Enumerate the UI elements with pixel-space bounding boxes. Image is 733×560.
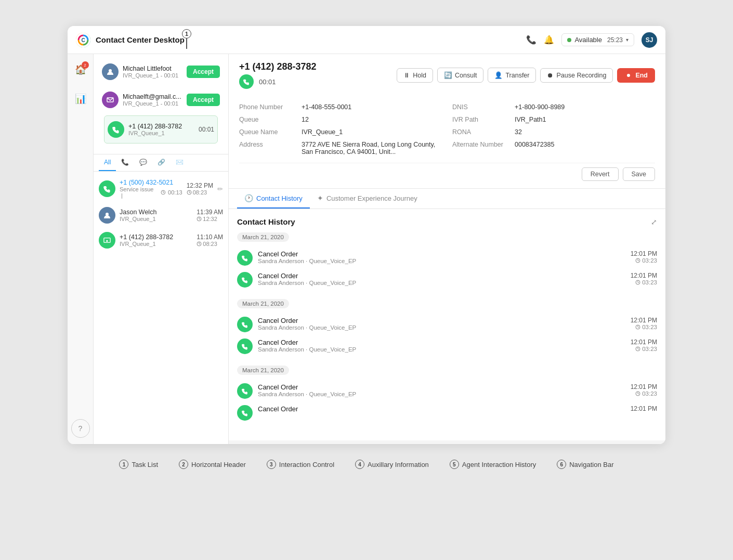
detail-row-altnum: Alternate Number 00083472385	[452, 141, 655, 155]
history-entry: Cancel Order Sandra Anderson · Queue_Voi…	[237, 380, 657, 402]
nav-home[interactable]: 🏠 2	[71, 60, 90, 79]
end-button[interactable]: End	[617, 68, 655, 83]
pause-recording-button[interactable]: ⏺ Pause Recording	[540, 68, 613, 83]
save-button[interactable]: Save	[623, 167, 656, 181]
agent-avatar[interactable]: SJ	[642, 32, 657, 48]
queue-label: Queue	[239, 116, 296, 123]
detail-row-dnis: DNIS +1-800-900-8989	[452, 103, 655, 111]
status-timer: 25:23	[607, 36, 623, 44]
tab-phone[interactable]: 📞	[116, 154, 134, 171]
detail-row-qname: Queue Name IVR_Queue_1	[239, 128, 442, 136]
qname-label: Queue Name	[239, 128, 296, 136]
ic-footer: Revert Save	[239, 163, 655, 181]
he-avatar	[237, 272, 253, 288]
address-value: 3772 AVE NE Sierra Road, Long Long Count…	[302, 141, 442, 155]
bottom-labels: 1 Task List 2 Horizontal Header 3 Intera…	[119, 460, 613, 469]
date-group: March 21, 2020 Cancel Order Sandra Ander…	[237, 299, 657, 357]
hist-avatar	[99, 207, 115, 224]
date-group: March 21, 2020 Cancel Order Sandra Ander…	[237, 366, 657, 424]
ic-call-icon	[239, 74, 254, 89]
chevron-down-icon: ▾	[626, 37, 629, 43]
history-tabs: All 📞 💬 🔗 ✉️	[94, 154, 228, 172]
app-logo: C	[76, 33, 90, 47]
phone-value: +1-408-555-0001	[302, 103, 351, 111]
svg-text:■: ■	[106, 239, 108, 242]
help-button[interactable]: ?	[71, 419, 90, 438]
label-num: 3	[267, 460, 276, 469]
history-entry: Cancel Order Sandra Anderson · Queue_Voi…	[237, 269, 657, 291]
bell-icon[interactable]: 🔔	[544, 35, 554, 45]
label-num: 2	[179, 460, 188, 469]
hist-sub: IVR_Queue_1	[120, 216, 192, 222]
hold-icon: ⏸	[403, 72, 410, 79]
tab-chat[interactable]: 💬	[134, 154, 152, 171]
address-label: Address	[239, 141, 296, 155]
accept-button-1[interactable]: Accept	[187, 66, 220, 78]
he-info: Cancel Order Sandra Anderson · Queue_Voi…	[258, 338, 625, 353]
accept-button-2[interactable]: Accept	[187, 94, 220, 106]
he-title: Cancel Order	[258, 250, 625, 258]
phone-icon[interactable]: 📞	[526, 35, 536, 45]
he-time: 12:01 PM 03:23	[631, 250, 657, 264]
he-title: Cancel Order	[258, 383, 625, 391]
he-avatar	[237, 250, 253, 266]
task-list-panel: Michael Littlefoot IVR_Queue_1 - 00:01 A…	[94, 54, 229, 444]
active-call-item: +1 (412) 288-3782 IVR_Queue_1 00:01	[104, 115, 218, 144]
he-info: Cancel Order	[258, 405, 625, 413]
queue-value: 12	[302, 116, 309, 123]
expand-icon[interactable]: ⤢	[651, 218, 657, 226]
he-title: Cancel Order	[258, 272, 625, 280]
app-title: Contact Center Desktop	[96, 35, 526, 44]
call-info: +1 (412) 288-3782 IVR_Queue_1	[128, 123, 194, 136]
status-badge[interactable]: Available 25:23 ▾	[561, 33, 634, 46]
phone-label: Phone Number	[239, 103, 296, 111]
journey-icon: ✦	[317, 194, 323, 202]
task-item: Michaelft@gmail.c... IVR_Queue_1 - 00:01…	[99, 87, 223, 112]
date-label: March 21, 2020	[237, 299, 289, 308]
label-agent-history: 5 Agent Interaction History	[450, 460, 536, 469]
history-item[interactable]: ■ +1 (412) 288-3782 IVR_Queue_1 11:10 AM…	[94, 228, 228, 253]
label-horiz-header: 2 Horizontal Header	[179, 460, 246, 469]
tab-customer-journey[interactable]: ✦ Customer Experience Journey	[310, 189, 425, 209]
history-entry: Cancel Order Sandra Anderson · Queue_Voi…	[237, 247, 657, 269]
task-info: Michaelft@gmail.c... IVR_Queue_1 - 00:01	[123, 93, 182, 107]
transfer-button[interactable]: 👤 Transfer	[488, 68, 536, 83]
he-sub: Sandra Anderson · Queue_Voice_EP	[258, 391, 625, 397]
dnis-label: DNIS	[452, 103, 509, 111]
detail-row-phone: Phone Number +1-408-555-0001	[239, 103, 442, 111]
label-text: Agent Interaction History	[462, 461, 536, 468]
rona-value: 32	[515, 128, 522, 136]
end-icon	[624, 71, 633, 80]
he-avatar	[237, 338, 253, 354]
chart-icon: 📊	[75, 93, 86, 105]
tab-email[interactable]: ✉️	[171, 154, 189, 171]
edit-icon[interactable]: ✏	[217, 185, 223, 193]
status-dot	[567, 38, 571, 42]
date-group: March 21, 2020 Cancel Order Sandra Ander…	[237, 232, 657, 291]
contact-details: Phone Number +1-408-555-0001 DNIS +1-800…	[239, 96, 655, 160]
tab-social[interactable]: 🔗	[152, 154, 171, 171]
tab-all[interactable]: All	[99, 154, 116, 171]
he-info: Cancel Order Sandra Anderson · Queue_Voi…	[258, 272, 625, 286]
ic-phone-number: +1 (412) 288-3782	[239, 61, 317, 72]
history-item[interactable]: Jason Welch IVR_Queue_1 11:39 AM 12:32	[94, 203, 228, 228]
he-title: Cancel Order	[258, 317, 625, 324]
history-item[interactable]: +1 (500) 432-5021 Service issue | 00:13 …	[94, 175, 228, 203]
nav-chart[interactable]: 📊	[71, 89, 90, 108]
task-name: Michaelft@gmail.c...	[123, 93, 182, 100]
hist-time: 11:10 AM 08:23	[197, 233, 223, 247]
consult-button[interactable]: 🔄 Consult	[437, 68, 483, 83]
he-sub: Sandra Anderson · Queue_Voice_EP	[258, 324, 625, 331]
hold-button[interactable]: ⏸ Hold	[397, 68, 433, 83]
tab-contact-history[interactable]: 🕐 Contact History	[237, 189, 310, 209]
label-task-list: 1 Task List	[119, 460, 158, 469]
revert-button[interactable]: Revert	[582, 167, 619, 181]
label-interaction-control: 3 Interaction Control	[267, 460, 334, 469]
interaction-control: +1 (412) 288-3782 00:01 ⏸	[229, 54, 665, 189]
agent-interaction-history: +1 (500) 432-5021 Service issue | 00:13 …	[94, 172, 228, 444]
he-sub: Sandra Anderson · Queue_Voice_EP	[258, 258, 625, 264]
auxiliary-info: 🕐 Contact History ✦ Customer Experience …	[229, 189, 665, 444]
task-avatar	[102, 92, 119, 108]
task-sub: IVR_Queue_1 - 00:01	[123, 72, 182, 79]
horizontal-header: C Contact Center Desktop 📞 🔔 Available 2…	[68, 26, 665, 54]
